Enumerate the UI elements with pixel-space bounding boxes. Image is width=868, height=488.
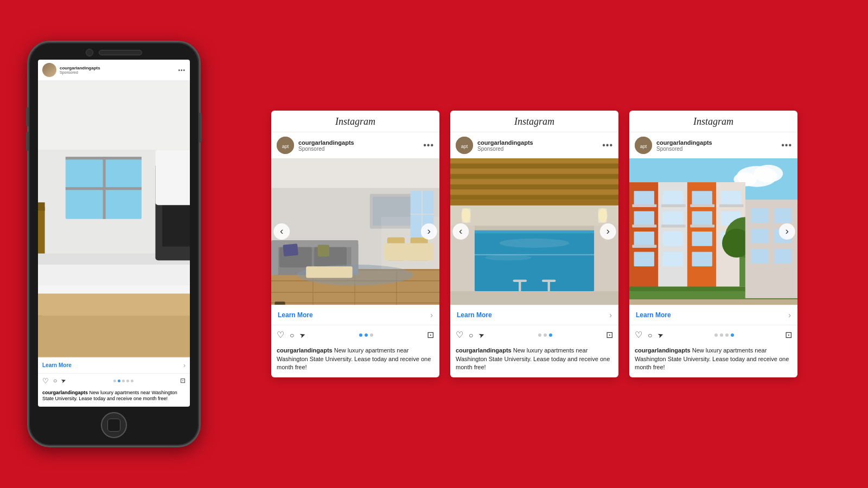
svg-rect-121 <box>721 191 741 206</box>
ig-bookmark-icon-1[interactable]: ⊡ <box>427 330 434 340</box>
svg-rect-130 <box>690 225 714 228</box>
ig-dots-3 <box>714 333 734 337</box>
ig-more-dots-2[interactable]: ••• <box>602 140 613 150</box>
ig-bookmark-icon-2[interactable]: ⊡ <box>606 330 613 340</box>
ig-image-svg-2: ‹ › <box>450 158 618 305</box>
ig-sponsored-2: Sponsored <box>477 146 533 152</box>
ig-caption-3: courgarlandingapts New luxury apartments… <box>629 344 797 377</box>
svg-rect-110 <box>634 211 654 226</box>
phone-bookmark-icon[interactable]: ⊡ <box>180 377 186 384</box>
phone-home-button[interactable] <box>101 412 127 438</box>
svg-rect-114 <box>663 211 683 226</box>
phone-caption: courgarlandingapts New luxury apartments… <box>38 388 190 407</box>
ig-dot-3-1 <box>714 333 718 337</box>
svg-rect-115 <box>663 232 683 246</box>
phone-learn-more-text: Learn More <box>42 362 72 368</box>
phone-username: courgarlandingapts <box>60 66 100 70</box>
phone-dot-1 <box>113 380 116 382</box>
ig-heart-icon-1[interactable]: ♡ <box>277 330 284 340</box>
svg-rect-16 <box>38 285 190 293</box>
phone-side-button <box>199 113 202 143</box>
ig-dot-2-1 <box>538 333 541 337</box>
phone-camera-icon <box>86 49 93 56</box>
ig-comment-icon-2[interactable]: ○ <box>469 331 473 339</box>
ig-more-dots-3[interactable]: ••• <box>781 140 792 150</box>
ig-sponsored-3: Sponsored <box>656 146 712 152</box>
svg-point-92 <box>485 255 532 261</box>
phone-avatar <box>42 63 56 77</box>
svg-rect-10 <box>155 150 190 205</box>
ig-image-area-2: ‹ › <box>450 158 618 305</box>
ig-header-3: apt courgarlandingapts Sponsored ••• <box>629 132 797 158</box>
phone-share-icon[interactable]: ➤ <box>60 376 67 384</box>
phone-dot-4 <box>126 380 129 382</box>
ig-dot-2-2 <box>544 333 547 337</box>
svg-rect-1 <box>38 81 190 150</box>
ig-share-icon-1[interactable]: ➤ <box>298 330 307 340</box>
ig-username-3: courgarlandingapts <box>656 139 712 146</box>
svg-rect-143 <box>751 229 768 243</box>
phone-top-bar <box>29 42 199 60</box>
ig-title-2: Instagram <box>450 111 618 132</box>
svg-rect-116 <box>663 252 683 267</box>
phone-image-svg: ‹ › <box>38 81 190 357</box>
ig-learn-more-text-3: Learn More <box>636 311 671 319</box>
svg-rect-74 <box>450 201 618 206</box>
svg-rect-14 <box>103 157 106 219</box>
ig-bookmark-icon-3[interactable]: ⊡ <box>785 330 792 340</box>
ig-learn-more-2[interactable]: Learn More › <box>450 305 618 325</box>
ig-sponsored-1: Sponsored <box>298 146 354 152</box>
ig-heart-icon-2[interactable]: ♡ <box>456 330 463 340</box>
ig-learn-more-arrow-3: › <box>788 311 791 319</box>
svg-rect-131 <box>719 204 744 207</box>
ig-share-icon-3[interactable]: ➤ <box>656 330 665 340</box>
phone-heart-icon[interactable]: ♡ <box>42 377 49 385</box>
svg-rect-139 <box>629 299 797 305</box>
ig-share-icon-2[interactable]: ➤ <box>477 330 486 340</box>
svg-point-102 <box>754 165 783 182</box>
svg-point-91 <box>500 239 569 248</box>
ig-dot-1-2 <box>365 333 368 337</box>
svg-rect-112 <box>634 252 654 267</box>
ig-image-svg-1: ‹ › <box>271 158 439 305</box>
phone-body: courgarlandingapts Sponsored ••• <box>27 41 201 447</box>
phone-learn-more-arrow: › <box>183 362 186 369</box>
svg-text:›: › <box>607 226 610 237</box>
phone-comment-icon[interactable]: ○ <box>53 377 57 384</box>
ig-learn-more-arrow-1: › <box>430 311 433 319</box>
ig-dot-3-2 <box>720 333 723 337</box>
svg-rect-111 <box>634 232 654 246</box>
svg-rect-146 <box>774 249 792 264</box>
ig-caption-user-2: courgarlandingapts <box>456 347 512 354</box>
svg-text:‹: ‹ <box>280 226 283 237</box>
ig-more-dots-1[interactable]: ••• <box>423 140 434 150</box>
ig-caption-user-3: courgarlandingapts <box>635 347 691 354</box>
svg-rect-83 <box>473 226 597 231</box>
svg-rect-39 <box>271 243 278 275</box>
phone-ig-card: courgarlandingapts Sponsored ••• <box>38 60 190 407</box>
ig-heart-icon-3[interactable]: ♡ <box>635 330 642 340</box>
ig-comment-icon-1[interactable]: ○ <box>290 331 294 339</box>
svg-rect-141 <box>751 209 768 223</box>
ig-title-1: Instagram <box>271 111 439 132</box>
svg-rect-60 <box>275 302 285 305</box>
ig-learn-more-1[interactable]: Learn More › <box>271 305 439 325</box>
phone-user-info: courgarlandingapts Sponsored <box>60 66 100 74</box>
ig-learn-more-3[interactable]: Learn More › <box>629 305 797 325</box>
ig-dot-3-3 <box>725 333 729 337</box>
instagram-card-1: Instagram apt courgarlandingapts Sponsor… <box>271 111 439 377</box>
ig-caption-2: courgarlandingapts New luxury apartments… <box>450 344 618 377</box>
svg-rect-128 <box>661 225 686 228</box>
ig-comment-icon-3[interactable]: ○ <box>648 331 652 339</box>
svg-rect-124 <box>632 204 656 207</box>
phone-speaker <box>99 50 142 55</box>
phone-home-button-inner <box>107 419 120 432</box>
phone-learn-more-bar[interactable]: Learn More › <box>38 357 190 374</box>
instagram-card-3: Instagram apt courgarlandingapts Sponsor… <box>629 111 797 377</box>
ig-header-1: apt courgarlandingapts Sponsored ••• <box>271 132 439 158</box>
svg-rect-142 <box>774 209 792 223</box>
ig-actions-1: ♡ ○ ➤ ⊡ <box>271 325 439 344</box>
phone-more-dots[interactable]: ••• <box>178 67 186 73</box>
svg-text:›: › <box>786 226 789 237</box>
svg-rect-71 <box>450 185 618 190</box>
